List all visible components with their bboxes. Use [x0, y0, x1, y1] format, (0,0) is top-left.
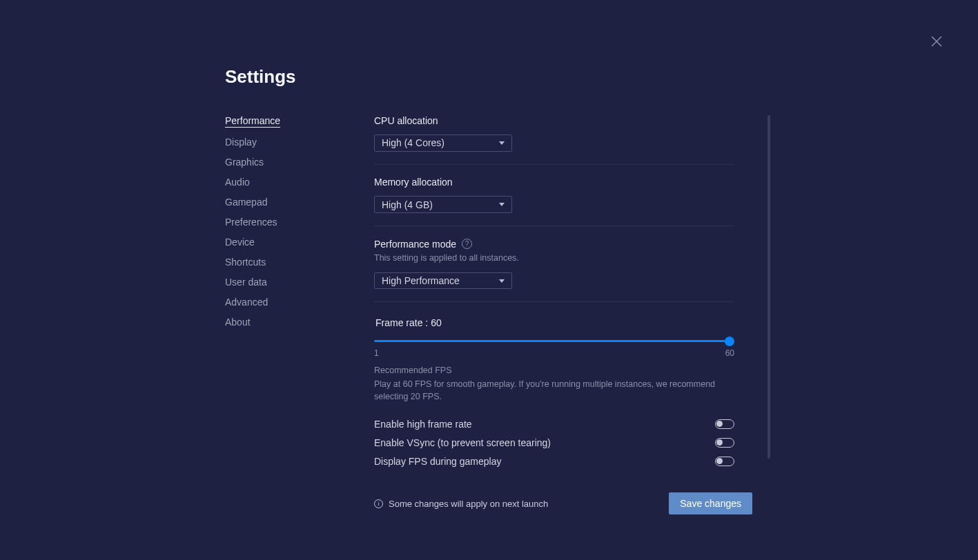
slider-max: 60 — [725, 348, 734, 358]
frame-rate-label: Frame rate : 60 — [375, 317, 734, 328]
sidebar-item-shortcuts[interactable]: Shortcuts — [225, 257, 266, 268]
cpu-allocation-label: CPU allocation — [374, 115, 734, 126]
toggle-row-vsync: Enable VSync (to prevent screen tearing) — [374, 437, 734, 448]
settings-content: CPU allocation High (4 Cores) Memory all… — [374, 115, 734, 467]
caret-down-icon — [499, 279, 505, 283]
settings-panel: Settings Performance Display Graphics Au… — [225, 66, 752, 467]
sidebar-item-device[interactable]: Device — [225, 237, 255, 248]
cpu-allocation-value: High (4 Cores) — [382, 137, 444, 148]
toggle-knob — [716, 458, 723, 464]
memory-allocation-select[interactable]: High (4 GB) — [374, 196, 512, 213]
sidebar-item-display[interactable]: Display — [225, 137, 257, 148]
caret-down-icon — [499, 141, 505, 145]
sidebar-item-preferences[interactable]: Preferences — [225, 217, 277, 228]
recommended-fps-title: Recommended FPS — [374, 364, 734, 377]
footer-info-text: Some changes will apply on next launch — [389, 499, 548, 509]
sidebar-item-audio[interactable]: Audio — [225, 177, 250, 188]
toggle-label-display-fps: Display FPS during gameplay — [374, 456, 501, 467]
slider-range: 1 60 — [374, 348, 734, 358]
sidebar: Performance Display Graphics Audio Gamep… — [225, 115, 349, 467]
performance-mode-value: High Performance — [382, 275, 460, 286]
sidebar-item-about[interactable]: About — [225, 317, 251, 328]
sidebar-item-gamepad[interactable]: Gamepad — [225, 197, 267, 208]
performance-mode-label: Performance mode — [374, 239, 456, 250]
sidebar-item-graphics[interactable]: Graphics — [225, 157, 264, 168]
scrollbar[interactable] — [767, 115, 770, 459]
toggle-knob — [716, 439, 723, 446]
caret-down-icon — [499, 203, 505, 206]
toggle-knob — [716, 421, 723, 427]
cpu-allocation-select[interactable]: High (4 Cores) — [374, 134, 512, 152]
sidebar-item-performance[interactable]: Performance — [225, 115, 280, 128]
toggle-high-frame-rate[interactable] — [715, 419, 734, 429]
performance-mode-subtext: This setting is applied to all instances… — [374, 252, 734, 264]
close-button[interactable] — [928, 33, 945, 50]
divider — [374, 164, 734, 165]
footer-info: i Some changes will apply on next launch — [374, 499, 548, 509]
info-icon: i — [374, 499, 383, 508]
toggle-label-high-frame-rate: Enable high frame rate — [374, 419, 472, 430]
performance-mode-label-row: Performance mode ? — [374, 239, 734, 250]
memory-allocation-value: High (4 GB) — [382, 199, 433, 210]
recommended-fps-body: Play at 60 FPS for smooth gameplay. If y… — [374, 378, 734, 403]
performance-mode-select[interactable]: High Performance — [374, 272, 512, 290]
help-icon[interactable]: ? — [462, 239, 472, 249]
toggle-row-display-fps: Display FPS during gameplay — [374, 456, 734, 467]
toggle-label-vsync: Enable VSync (to prevent screen tearing) — [374, 437, 551, 448]
close-icon — [928, 33, 945, 50]
divider — [374, 226, 734, 226]
toggle-vsync[interactable] — [715, 438, 734, 448]
toggle-row-high-frame-rate: Enable high frame rate — [374, 419, 734, 430]
save-changes-button[interactable]: Save changes — [669, 492, 752, 514]
slider-track — [374, 340, 734, 342]
toggle-display-fps[interactable] — [715, 457, 734, 466]
divider — [374, 301, 734, 302]
memory-allocation-label: Memory allocation — [374, 177, 734, 188]
slider-min: 1 — [374, 348, 379, 358]
slider-thumb[interactable] — [725, 337, 734, 346]
page-title: Settings — [225, 66, 752, 88]
sidebar-item-advanced[interactable]: Advanced — [225, 297, 268, 308]
sidebar-item-user-data[interactable]: User data — [225, 277, 267, 288]
frame-rate-slider[interactable] — [374, 337, 734, 344]
